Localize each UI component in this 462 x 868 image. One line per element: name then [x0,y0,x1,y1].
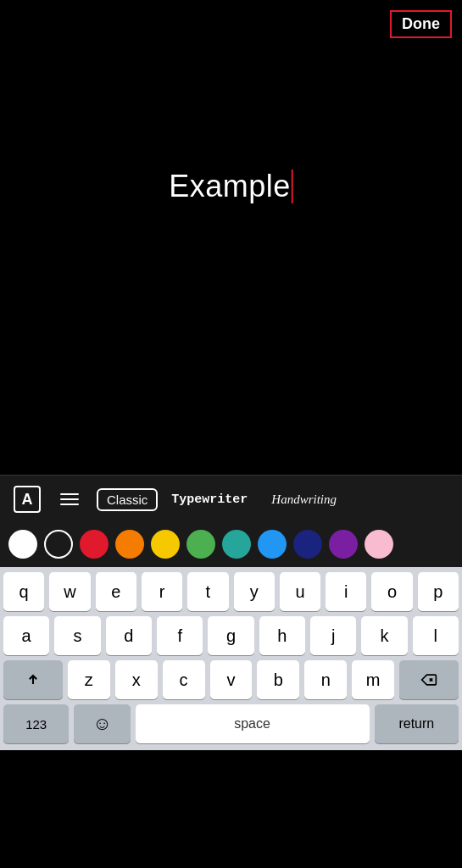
key-c[interactable]: c [163,660,205,699]
align-icon-button[interactable] [54,484,85,515]
font-tab-classic[interactable]: Classic [97,488,158,511]
key-d[interactable]: d [106,616,152,655]
font-tab-handwriting[interactable]: Handwriting [261,488,347,511]
font-style-row: A Classic Typewriter Handwriting [0,476,462,523]
key-w[interactable]: w [49,572,90,611]
key-p[interactable]: p [418,572,459,611]
key-numbers[interactable]: 123 [3,704,69,743]
text-content: Example [169,169,291,204]
color-row [0,523,462,567]
key-y[interactable]: y [234,572,275,611]
done-button[interactable]: Done [390,10,452,38]
key-g[interactable]: g [208,616,253,655]
key-u[interactable]: u [280,572,320,611]
color-swatch-purple[interactable] [329,530,358,559]
keyboard-row-3: z x c v b n m [0,655,462,699]
key-a[interactable]: a [3,616,49,655]
key-h[interactable]: h [259,616,305,655]
font-icon-button[interactable]: A [12,484,42,515]
key-n[interactable]: n [304,660,347,699]
key-shift[interactable] [3,660,63,699]
font-tabs: Classic Typewriter Handwriting [97,488,450,511]
key-return[interactable]: return [375,704,459,743]
key-b[interactable]: b [257,660,299,699]
align-line-3 [60,504,79,505]
key-z[interactable]: z [68,660,110,699]
toolbar-area: A Classic Typewriter Handwriting [0,475,462,567]
key-x[interactable]: x [115,660,158,699]
key-backspace[interactable] [399,660,459,699]
key-s[interactable]: s [54,616,100,655]
key-e[interactable]: e [96,572,136,611]
font-icon: A [14,486,41,513]
color-swatch-green-light[interactable] [186,530,215,559]
key-r[interactable]: r [142,572,182,611]
key-k[interactable]: k [361,616,407,655]
text-cursor [292,170,293,203]
canvas-area: Done Example [0,0,462,475]
keyboard-row-4: 123 ☺ space return [0,699,462,750]
color-swatch-yellow[interactable] [151,530,180,559]
align-line-2 [60,498,79,500]
color-swatch-pink[interactable] [365,530,393,559]
keyboard-row-2: a s d f g h j k l [0,611,462,655]
key-emoji[interactable]: ☺ [74,704,130,743]
color-swatch-blue-dark[interactable] [293,530,322,559]
key-o[interactable]: o [371,572,412,611]
keyboard-row-1: q w e r t y u i o p [0,567,462,611]
key-j[interactable]: j [310,616,356,655]
keyboard-area: q w e r t y u i o p a s d f g h j k l z … [0,567,462,750]
color-swatch-white-filled[interactable] [8,530,37,559]
color-swatch-orange[interactable] [115,530,144,559]
key-q[interactable]: q [3,572,44,611]
key-i[interactable]: i [326,572,366,611]
key-l[interactable]: l [413,616,459,655]
align-line-1 [60,493,79,495]
key-f[interactable]: f [157,616,203,655]
color-swatch-white-outline[interactable] [44,530,73,559]
key-space[interactable]: space [136,704,370,743]
color-swatch-blue-light[interactable] [258,530,287,559]
key-m[interactable]: m [352,660,394,699]
color-swatch-green-teal[interactable] [222,530,251,559]
font-tab-typewriter[interactable]: Typewriter [161,488,258,511]
key-t[interactable]: t [187,572,228,611]
key-v[interactable]: v [210,660,253,699]
color-swatch-red[interactable] [80,530,109,559]
text-display: Example [169,169,293,204]
